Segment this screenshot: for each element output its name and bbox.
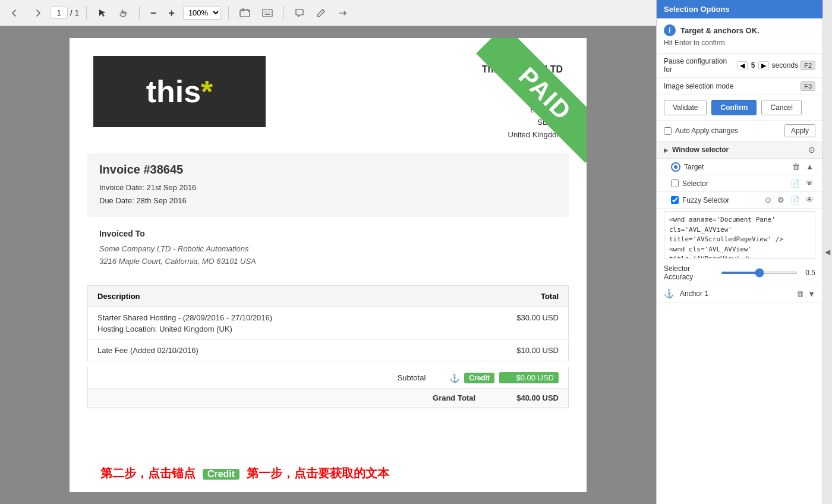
client-name: Some Company LTD - Robotic Automations (99, 243, 557, 256)
target-icon-inner (674, 165, 677, 169)
separator-3 (228, 6, 229, 20)
invoice-date: Invoice Date: 21st Sep 2016 (99, 181, 557, 194)
separator-1 (86, 6, 87, 20)
annotation-step1: 第一步，点击要获取的文本 (247, 467, 389, 480)
window-selector-section: ▶ Window selector ⊙ Target 🗑 ▲ Selector … (657, 141, 822, 303)
target-ok-row: i Target & anchors OK. (664, 24, 815, 36)
anchor-delete-button[interactable]: 🗑 (796, 289, 804, 298)
hit-enter-text: Hit Enter to confirm. (664, 39, 815, 47)
fuzzy-selector-label: Fuzzy Selector (682, 196, 759, 204)
image-selection-row: Image selection mode F3 (657, 78, 822, 95)
target-actions: 🗑 ▲ (790, 162, 815, 172)
anchor-expand-button[interactable]: ▼ (808, 289, 815, 298)
subtotal-credit-value: $0.00 USD (499, 372, 559, 383)
item2-desc: Late Fee (Added 02/10/2016) (88, 340, 453, 361)
comment-button[interactable] (291, 6, 308, 20)
target-ok-section: i Target & anchors OK. Hit Enter to conf… (657, 18, 822, 53)
subtotal-row: Subtotal ⚓ Credit $0.00 USD (88, 367, 568, 389)
separator-2 (139, 6, 140, 20)
invoiced-to-section: Invoiced To Some Company LTD - Robotic A… (70, 217, 587, 280)
due-date-label: Due Date: (99, 196, 134, 205)
company-logo: this* (93, 56, 266, 127)
window-selector-header[interactable]: ▶ Window selector ⊙ (657, 141, 822, 159)
zoom-in-button[interactable]: + (165, 5, 178, 21)
selector-eye-button[interactable]: 👁 (804, 178, 815, 188)
window-selector-label: Window selector (672, 146, 805, 154)
col-description: Description (88, 286, 453, 307)
cursor-tool-button[interactable] (94, 6, 111, 20)
document-container: PAID this* ThisWebHost LTD 337 Bath Road… (0, 26, 656, 504)
fuzzy-code-line2: cls='AVL_AVView' (669, 225, 810, 235)
due-date-value: 28th Sep 2016 (136, 196, 187, 205)
pause-label: Pause configuration for (664, 57, 735, 74)
window-selector-icon: ⊙ (808, 145, 815, 155)
items-table: Description Total Starter Shared Hosting… (87, 285, 569, 361)
company-name: ThisWebHost LTD (482, 62, 563, 77)
snapshot-button[interactable] (236, 6, 254, 20)
panel-title: Selection Options (664, 5, 730, 14)
fuzzy-selector-copy-button[interactable]: 📄 (789, 195, 802, 205)
panel-collapse-handle[interactable]: ◀ (822, 0, 832, 504)
pause-increase-button[interactable]: ▶ (758, 61, 769, 70)
separator-4 (283, 6, 284, 20)
due-date: Due Date: 28th Sep 2016 (99, 194, 557, 207)
table-row: Starter Shared Hosting - (28/09/2016 - 2… (88, 307, 569, 340)
info-icon: i (664, 24, 676, 36)
accuracy-slider[interactable] (721, 272, 798, 274)
accuracy-row: Selector Accuracy 0.5 (657, 261, 822, 285)
invoice-number: Invoice #38645 (99, 163, 557, 177)
validate-button[interactable]: Validate (664, 100, 707, 115)
anchor-row: ⚓ Anchor 1 🗑 ▼ (657, 285, 822, 303)
hand-tool-button[interactable] (115, 6, 132, 20)
item1-desc: Starter Shared Hosting - (28/09/2016 - 2… (88, 307, 453, 340)
cancel-button[interactable]: Cancel (761, 100, 801, 115)
fuzzy-code-area: <wnd aaname='Document Pane' cls='AVL_AVV… (664, 211, 815, 259)
grand-total-row: Grand Total $40.00 USD (88, 389, 568, 408)
fuzzy-selector-eye-button[interactable]: 👁 (804, 195, 815, 205)
auto-apply-checkbox[interactable] (664, 127, 672, 135)
logo-this: this (146, 74, 201, 109)
svg-rect-0 (240, 10, 250, 17)
annotation-step2: 第二步，点击锚点 (100, 467, 196, 480)
image-sel-label: Image selection mode (664, 82, 801, 90)
fuzzy-selector-settings-button[interactable]: ⚙ (776, 195, 786, 205)
grand-total-label: Grand Total (433, 393, 475, 402)
pen-button[interactable] (313, 6, 329, 20)
fuzzy-selector-target-button[interactable]: ⊙ (763, 195, 773, 205)
action-buttons: Validate Confirm Cancel (657, 95, 822, 121)
zoom-out-button[interactable]: − (147, 5, 160, 21)
logo-asterisk: * (201, 74, 213, 109)
page-separator: / (70, 8, 73, 17)
totals-section: Subtotal ⚓ Credit $0.00 USD Grand Total … (87, 367, 569, 408)
pause-decrease-button[interactable]: ◀ (737, 61, 748, 70)
selector-copy-button[interactable]: 📄 (789, 178, 802, 188)
credit-badge: Credit (464, 373, 494, 383)
keyboard-button[interactable] (259, 7, 276, 20)
company-city: Slough (482, 92, 563, 104)
selector-label: Selector (682, 179, 785, 188)
target-expand-button[interactable]: ▲ (804, 162, 815, 172)
company-postcode: SL1 5P (482, 116, 563, 129)
apply-button[interactable]: Apply (784, 124, 815, 137)
pause-seconds: 5 (751, 61, 755, 70)
right-panel: Selection Options i Target & anchors OK.… (656, 0, 822, 504)
target-delete-button[interactable]: 🗑 (790, 162, 802, 172)
panel-header: Selection Options (657, 0, 822, 18)
confirm-button[interactable]: Confirm (711, 100, 757, 115)
fuzzy-selector-actions: ⊙ ⚙ 📄 👁 (763, 195, 815, 205)
accuracy-label: Selector Accuracy (664, 264, 717, 281)
invoice-details: Invoice #38645 Invoice Date: 21st Sep 20… (87, 153, 569, 217)
zoom-select[interactable]: 100% (183, 6, 221, 20)
company-address-1: 337 Bath Road (482, 80, 563, 92)
accuracy-value: 0.5 (801, 269, 815, 277)
next-page-button[interactable] (29, 6, 45, 20)
more-tools-button[interactable] (334, 6, 351, 20)
page-navigation: 1 / 1 (50, 7, 79, 19)
logo-text: this* (146, 74, 213, 109)
prev-page-button[interactable] (7, 6, 24, 20)
target-row: Target 🗑 ▲ (657, 159, 822, 175)
fuzzy-selector-checkbox[interactable] (671, 196, 679, 204)
page-total: 1 (75, 8, 79, 17)
selector-checkbox[interactable] (671, 179, 679, 187)
page-number-input[interactable]: 1 (50, 7, 68, 19)
